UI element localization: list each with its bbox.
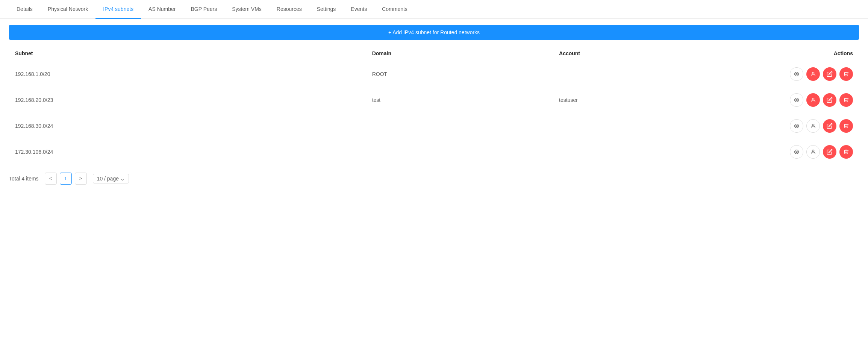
subnet-table-container: Subnet Domain Account Actions 192.168.1.…	[0, 46, 868, 165]
svg-point-9	[796, 151, 797, 153]
svg-point-5	[812, 98, 814, 100]
tab-bgp-peers[interactable]: BGP Peers	[183, 0, 224, 19]
account-button[interactable]	[806, 67, 820, 81]
subnet-cell: 192.168.30.0/24	[9, 113, 366, 139]
svg-point-1	[795, 72, 799, 76]
page-size-label: 10 / page	[97, 176, 119, 182]
account-button[interactable]	[806, 119, 820, 133]
actions-cell	[740, 61, 859, 87]
col-header-actions: Actions	[740, 46, 859, 61]
pagination: Total 4 items < 1 > 10 / page ⌄	[0, 165, 868, 192]
tab-events[interactable]: Events	[343, 0, 374, 19]
edit-button[interactable]	[823, 145, 836, 159]
svg-point-8	[812, 124, 814, 126]
account-cell: testuser	[553, 87, 740, 113]
delete-button[interactable]	[839, 93, 853, 107]
domain-cell	[366, 113, 553, 139]
subnet-cell: 192.168.20.0/23	[9, 87, 366, 113]
svg-point-7	[795, 124, 799, 128]
location-button[interactable]	[790, 119, 803, 133]
delete-button[interactable]	[839, 119, 853, 133]
subnet-cell: 172.30.106.0/24	[9, 139, 366, 165]
pagination-total: Total 4 items	[9, 176, 39, 182]
tab-as-number[interactable]: AS Number	[141, 0, 183, 19]
tab-ipv4-subnets[interactable]: IPv4 subnets	[95, 0, 141, 19]
account-cell	[553, 113, 740, 139]
add-subnet-button[interactable]: + Add IPv4 subnet for Routed networks	[9, 25, 859, 40]
tab-system-vms[interactable]: System VMs	[224, 0, 269, 19]
tab-comments[interactable]: Comments	[374, 0, 415, 19]
location-button[interactable]	[790, 93, 803, 107]
delete-button[interactable]	[839, 67, 853, 81]
table-row: 172.30.106.0/24	[9, 139, 859, 165]
actions-cell	[740, 87, 859, 113]
add-button-container: + Add IPv4 subnet for Routed networks	[0, 19, 868, 46]
account-button[interactable]	[806, 145, 820, 159]
tab-resources[interactable]: Resources	[269, 0, 309, 19]
table-row: 192.168.1.0/20 ROOT	[9, 61, 859, 87]
account-cell	[553, 61, 740, 87]
domain-cell: ROOT	[366, 61, 553, 87]
page-size-selector[interactable]: 10 / page ⌄	[93, 174, 129, 183]
delete-button[interactable]	[839, 145, 853, 159]
svg-point-0	[796, 73, 797, 75]
account-button[interactable]	[806, 93, 820, 107]
subnet-cell: 192.168.1.0/20	[9, 61, 366, 87]
domain-cell	[366, 139, 553, 165]
pagination-page-1[interactable]: 1	[60, 173, 72, 185]
actions-cell	[740, 139, 859, 165]
svg-point-2	[812, 72, 814, 74]
svg-point-4	[795, 98, 799, 102]
pagination-prev[interactable]: <	[45, 173, 57, 185]
tab-details[interactable]: Details	[9, 0, 40, 19]
page-size-chevron-icon: ⌄	[120, 176, 125, 182]
pagination-next[interactable]: >	[75, 173, 87, 185]
edit-button[interactable]	[823, 93, 836, 107]
edit-button[interactable]	[823, 67, 836, 81]
svg-point-3	[796, 99, 797, 101]
account-cell	[553, 139, 740, 165]
location-button[interactable]	[790, 67, 803, 81]
svg-point-11	[812, 150, 814, 152]
tab-settings[interactable]: Settings	[309, 0, 344, 19]
subnet-table: Subnet Domain Account Actions 192.168.1.…	[9, 46, 859, 165]
table-row: 192.168.30.0/24	[9, 113, 859, 139]
table-row: 192.168.20.0/23 test testuser	[9, 87, 859, 113]
domain-cell: test	[366, 87, 553, 113]
tab-navigation: DetailsPhysical NetworkIPv4 subnetsAS Nu…	[0, 0, 868, 19]
col-header-account: Account	[553, 46, 740, 61]
tab-physical-network[interactable]: Physical Network	[40, 0, 95, 19]
svg-point-10	[795, 150, 799, 154]
col-header-domain: Domain	[366, 46, 553, 61]
svg-point-6	[796, 125, 797, 127]
table-body: 192.168.1.0/20 ROOT	[9, 61, 859, 165]
col-header-subnet: Subnet	[9, 46, 366, 61]
table-header: Subnet Domain Account Actions	[9, 46, 859, 61]
actions-cell	[740, 113, 859, 139]
edit-button[interactable]	[823, 119, 836, 133]
location-button[interactable]	[790, 145, 803, 159]
